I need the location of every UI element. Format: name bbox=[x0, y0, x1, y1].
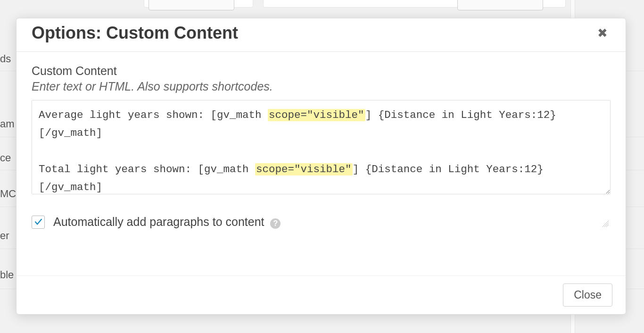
bg-sidebar-text: ds bbox=[0, 53, 11, 65]
auto-paragraphs-checkbox[interactable] bbox=[32, 216, 45, 229]
auto-paragraphs-option: Automatically add paragraphs to content … bbox=[32, 215, 611, 229]
bg-sidebar-text: MC bbox=[0, 188, 16, 200]
bg-sidebar-text: am bbox=[0, 118, 15, 130]
bg-sidebar-text: ce bbox=[0, 152, 11, 164]
options-custom-content-dialog: Options: Custom Content ✖ Custom Content… bbox=[16, 18, 626, 315]
bg-sidebar-text: er bbox=[0, 230, 9, 242]
bg-sidebar-text: ble bbox=[0, 269, 14, 281]
dialog-title: Options: Custom Content bbox=[32, 23, 238, 43]
dialog-header: Options: Custom Content ✖ bbox=[17, 18, 626, 52]
close-button[interactable]: Close bbox=[563, 283, 612, 307]
field-hint: Enter text or HTML. Also supports shortc… bbox=[32, 80, 611, 93]
field-label: Custom Content bbox=[32, 64, 611, 78]
bg-button bbox=[457, 0, 543, 10]
dialog-body: Custom Content Enter text or HTML. Also … bbox=[17, 52, 626, 234]
bg-button bbox=[149, 0, 234, 10]
dialog-footer: Close bbox=[17, 275, 626, 314]
help-icon[interactable]: ? bbox=[270, 218, 281, 229]
auto-paragraphs-label: Automatically add paragraphs to content … bbox=[53, 215, 281, 229]
close-icon[interactable]: ✖ bbox=[594, 24, 611, 42]
custom-content-textarea[interactable]: Average light years shown: [gv_math scop… bbox=[32, 100, 611, 194]
